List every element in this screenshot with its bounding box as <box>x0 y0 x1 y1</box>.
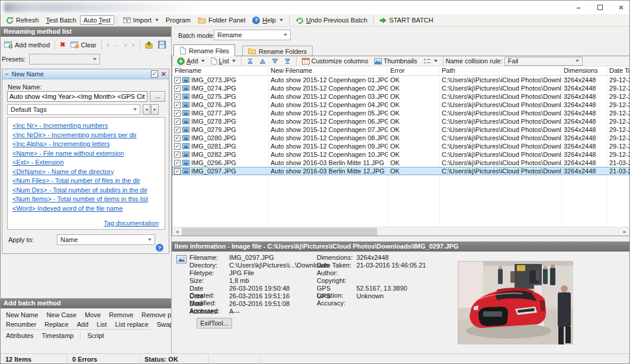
table-row[interactable]: ✓IMG_0278.JPGAuto show 2015-12 Copenhage… <box>172 117 629 125</box>
tag-link[interactable]: <Num Files> - Total number of files in t… <box>12 177 160 184</box>
collapse-icon[interactable]: − <box>5 70 8 78</box>
move-down-button[interactable] <box>269 58 281 65</box>
program-button[interactable]: Program <box>162 15 194 25</box>
start-batch-button[interactable]: START BATCH <box>376 15 436 25</box>
batch-method-menu-item[interactable]: Replace <box>40 320 72 329</box>
column-header-date-taken[interactable]: Date Tak <box>607 66 629 75</box>
column-header-error[interactable]: Error <box>388 66 439 75</box>
presets-dropdown[interactable] <box>29 54 100 65</box>
row-checkbox[interactable]: ✓ <box>174 168 181 175</box>
table-row[interactable]: ✓IMG_0282.JPGAuto show 2015-12 Copenhage… <box>172 150 629 159</box>
help-button[interactable]: ? Help <box>249 15 287 25</box>
auto-test-button[interactable]: Auto Test <box>80 15 114 25</box>
close-button[interactable]: ✕ <box>618 4 625 12</box>
batch-method-menu-item[interactable]: Attributes <box>2 331 37 340</box>
scrollbar-thumb[interactable] <box>182 228 377 236</box>
tag-link[interactable]: <Num Items> - Total number of items in t… <box>12 195 160 202</box>
batch-method-menu-item[interactable]: Renumber <box>2 320 40 329</box>
tag-category-dropdown[interactable]: Default Tags <box>7 104 140 115</box>
tag-link[interactable]: <Inc NrDir> - Incrementing numbers per d… <box>12 131 160 138</box>
view-mode-button[interactable] <box>420 58 441 65</box>
save-preset-button[interactable] <box>156 40 168 50</box>
row-checkbox[interactable]: ✓ <box>174 102 181 108</box>
browse-button[interactable]: ... <box>150 91 165 102</box>
maximize-button[interactable] <box>596 4 603 12</box>
tag-link[interactable]: <Inc Alpha> - Incrementing letters <box>12 140 160 147</box>
tag-link[interactable]: <Name> - File name without extension <box>12 150 160 157</box>
list-button[interactable]: List <box>208 57 239 65</box>
table-row[interactable]: ✓IMG_0275.JPGAuto show 2015-12 Copenhage… <box>172 92 629 101</box>
move-to-top-button[interactable] <box>244 58 256 65</box>
batch-method-menu-item[interactable]: Script <box>83 331 108 340</box>
load-preset-button[interactable] <box>143 40 156 50</box>
move-up-button[interactable] <box>256 58 269 65</box>
table-row[interactable]: ✓IMG_0273.JPGAuto show 2015-12 Copenhage… <box>172 76 629 84</box>
add-method-button[interactable]: Add method <box>2 40 52 50</box>
minimize-button[interactable]: – <box>575 4 582 12</box>
column-header-dimensions[interactable]: Dimensions <box>561 66 607 75</box>
apply-to-dropdown[interactable]: Name <box>57 234 155 245</box>
table-row[interactable]: ✓IMG_0277.JPGAuto show 2015-12 Copenhage… <box>172 109 629 117</box>
row-checkbox[interactable]: ✓ <box>174 143 181 150</box>
tag-link[interactable]: <Word> Indexed word of the file name <box>12 205 160 212</box>
add-files-button[interactable]: Add <box>174 57 208 65</box>
row-checkbox[interactable]: ✓ <box>174 77 181 83</box>
row-checkbox[interactable]: ✓ <box>174 152 181 158</box>
batch-method-menu-item[interactable]: Move <box>81 310 105 320</box>
batch-method-menu-item[interactable]: Remove <box>105 310 137 320</box>
batch-method-menu-item[interactable]: New Name <box>2 310 42 320</box>
column-header-filename[interactable]: Filename <box>172 66 268 75</box>
tag-page-prev-button[interactable]: ◄ <box>143 104 150 115</box>
scroll-left-arrow[interactable]: ◄ <box>172 227 182 236</box>
method-close-icon[interactable]: ✕ <box>161 70 166 78</box>
batch-mode-dropdown[interactable]: Rename <box>214 30 291 40</box>
tag-documentation-link[interactable]: Tag documentation <box>104 220 159 227</box>
tag-link[interactable]: <Inc Nr> - Incrementing numbers <box>12 122 160 129</box>
batch-method-menu-item[interactable]: Add <box>73 320 93 329</box>
horizontal-scrollbar[interactable]: ◄ ► <box>172 227 629 236</box>
table-row[interactable]: ✓IMG_0279.JPGAuto show 2015-12 Copenhage… <box>172 125 629 134</box>
column-header-new-filename[interactable]: New Filename <box>268 66 388 75</box>
undo-previous-batch-button[interactable]: Undo Previous Batch <box>292 15 371 25</box>
customize-columns-button[interactable]: Customize columns <box>299 57 371 65</box>
row-checkbox[interactable]: ✓ <box>174 135 181 141</box>
import-button[interactable]: Import <box>120 15 162 25</box>
row-checkbox[interactable]: ✓ <box>174 118 181 125</box>
batch-method-menu-item[interactable]: List <box>92 320 111 329</box>
table-row[interactable]: ✓IMG_0274.JPGAuto show 2015-12 Copenhage… <box>172 84 629 92</box>
batch-method-menu-item[interactable]: List replace <box>111 320 152 329</box>
name-collision-rule-dropdown[interactable]: Fail <box>504 57 583 66</box>
tab-rename-files[interactable]: Rename Files <box>173 44 235 56</box>
refresh-button[interactable]: Refresh <box>2 15 43 25</box>
row-checkbox[interactable]: ✓ <box>174 85 181 92</box>
thumbnails-button[interactable]: Thumbnails <box>371 57 420 65</box>
new-name-input[interactable] <box>7 91 147 102</box>
row-checkbox[interactable]: ✓ <box>174 110 181 117</box>
exiftool-button[interactable]: ExifTool... <box>197 318 232 328</box>
remove-method-button[interactable]: ✖ <box>57 40 68 50</box>
column-header-path[interactable]: Path <box>439 66 561 75</box>
tag-link[interactable]: <DirName> - Name of the directory <box>12 168 160 175</box>
tab-rename-folders[interactable]: Rename Folders <box>242 46 313 56</box>
row-checkbox[interactable]: ✓ <box>174 160 181 166</box>
method-header[interactable]: − New Name ✓ ✕ <box>2 69 169 79</box>
table-row[interactable]: ✓IMG_0276.JPGAuto show 2015-12 Copenhage… <box>172 101 629 109</box>
test-batch-button[interactable]: Test Batch <box>43 15 80 25</box>
clear-methods-button[interactable]: Clear <box>68 40 99 50</box>
row-checkbox[interactable]: ✓ <box>174 94 181 100</box>
table-row[interactable]: ✓IMG_0281.JPGAuto show 2015-12 Copenhage… <box>172 142 629 150</box>
table-row[interactable]: ✓IMG_0296.JPGAuto show 2016-03 Berlin Mi… <box>172 159 629 167</box>
table-row[interactable]: ✓IMG_0280.JPGAuto show 2015-12 Copenhage… <box>172 134 629 142</box>
tag-link[interactable]: <Ext> - Extension <box>12 159 160 166</box>
folder-panel-button[interactable]: Folder Panel <box>194 15 249 25</box>
tag-page-next-button[interactable]: ► <box>151 104 159 115</box>
batch-method-menu-item[interactable]: New Case <box>42 310 81 320</box>
batch-method-menu-item[interactable]: Timestamp <box>37 331 78 340</box>
row-checkbox[interactable]: ✓ <box>174 127 181 133</box>
table-row[interactable]: ✓IMG_0297.JPGAuto show 2016-03 Berlin Mi… <box>172 167 629 175</box>
method-enabled-checkbox[interactable]: ✓ <box>151 70 158 78</box>
scroll-right-arrow[interactable]: ► <box>620 227 629 236</box>
tag-link[interactable]: <Num Dirs> - Total number of subdirs in … <box>12 186 160 194</box>
move-to-bottom-button[interactable] <box>281 58 294 65</box>
method-help-icon[interactable]: ? <box>156 244 163 252</box>
